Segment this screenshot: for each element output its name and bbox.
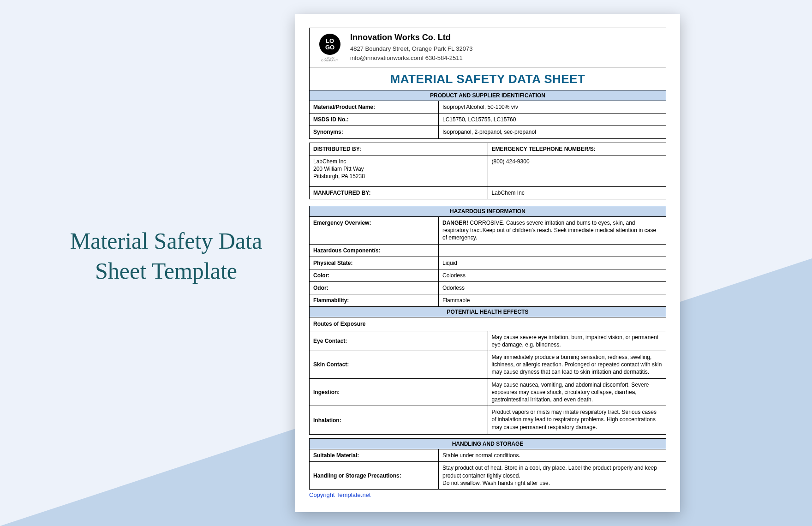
table-row: Routes of Exposure xyxy=(310,317,666,331)
section-header-product: PRODUCT AND SUPPLIER IDENTIFICATION xyxy=(309,90,666,101)
document-title-row: MATERIAL SAFETY DATA SHEET xyxy=(309,67,666,90)
value-material: Isopropyl Alcohol, 50-100% v/v xyxy=(439,101,666,114)
section-header-hazardous: HAZARDOUS INFORMATION xyxy=(309,206,666,217)
label-msds: MSDS ID No.: xyxy=(310,114,439,126)
table-row: Skin Contact:May immediately produce a b… xyxy=(310,351,666,379)
document-title: MATERIAL SAFETY DATA SHEET xyxy=(390,72,585,86)
product-table: Material/Product Name:Isopropyl Alcohol,… xyxy=(309,101,666,139)
table-row: MSDS ID No.:LC15750, LC15755, LC15760 xyxy=(310,114,666,126)
document-header: LOGO LOGO COMPANY Innovation Works Co. L… xyxy=(309,28,666,67)
company-name: Innovation Works Co. Ltd xyxy=(350,33,659,42)
table-row: Handling or Storage Precautions:Stay pro… xyxy=(310,462,666,490)
hazardous-table: Emergency Overview: DANGER! CORROSIVE. C… xyxy=(309,217,666,307)
value-manufactured: LabChem Inc xyxy=(488,186,666,199)
label-material: Material/Product Name: xyxy=(310,101,439,114)
table-row: Emergency Overview: DANGER! CORROSIVE. C… xyxy=(310,217,666,244)
table-row: DISTRIBUTED BY: EMERGENCY TELEPHONE NUMB… xyxy=(310,143,666,155)
label-inhalation: Inhalation: xyxy=(310,406,488,435)
table-row: Ingestion:May cause nausea, vomiting, an… xyxy=(310,378,666,406)
label-flammability: Flammability: xyxy=(310,294,439,307)
document-page: LOGO LOGO COMPANY Innovation Works Co. L… xyxy=(295,14,680,512)
value-state: Liquid xyxy=(439,257,666,269)
label-emergency: EMERGENCY TELEPHONE NUMBER/S: xyxy=(488,143,666,155)
distributor-table: DISTRIBUTED BY: EMERGENCY TELEPHONE NUMB… xyxy=(309,143,666,199)
table-row: Color:Colorless xyxy=(310,269,666,281)
value-synonyms: Isopropanol, 2-propanol, sec-propanol xyxy=(439,126,666,138)
company-address: 4827 Boundary Street, Orange Park FL 320… xyxy=(350,44,659,54)
label-state: Physical State: xyxy=(310,257,439,269)
section-header-handling: HANDLING AND STORAGE xyxy=(309,438,666,449)
value-suitable: Stable under normal conditions. xyxy=(439,449,666,462)
label-eye: Eye Contact: xyxy=(310,331,488,351)
label-suitable: Suitable Material: xyxy=(310,449,439,462)
company-contact: info@innovationworks.comI 630-584-2511 xyxy=(350,54,659,63)
label-skin: Skin Contact: xyxy=(310,351,488,379)
page-title-line2: Sheet Template xyxy=(95,258,237,284)
value-distributed: LabChem Inc 200 William Pitt Way Pittsbu… xyxy=(310,155,488,186)
label-routes: Routes of Exposure xyxy=(310,317,666,331)
value-inhalation: Product vapors or mists may irritate res… xyxy=(488,406,666,435)
label-synonyms: Synonyms: xyxy=(310,126,439,138)
table-row: Odor:Odorless xyxy=(310,282,666,294)
table-row: Synonyms:Isopropanol, 2-propanol, sec-pr… xyxy=(310,126,666,138)
value-color: Colorless xyxy=(439,269,666,281)
table-row: Flammability:Flammable xyxy=(310,294,666,307)
label-ingestion: Ingestion: xyxy=(310,378,488,406)
label-odor: Odor: xyxy=(310,282,439,294)
value-odor: Odorless xyxy=(439,282,666,294)
copyright-link[interactable]: Copyright Template.net xyxy=(309,491,370,498)
page-title-line1: Material Safety Data xyxy=(70,228,262,254)
table-row: Inhalation:Product vapors or mists may i… xyxy=(310,406,666,435)
table-row: MANUFACTURED BY: LabChem Inc xyxy=(310,186,666,199)
value-handling: Stay product out of heat. Store in a coo… xyxy=(439,462,666,490)
logo: LOGO LOGO COMPANY xyxy=(316,34,344,62)
value-ingestion: May cause nausea, vomiting, and abdomina… xyxy=(488,378,666,406)
value-emergency: (800) 424-9300 xyxy=(488,155,666,186)
logo-subtext: LOGO COMPANY xyxy=(316,56,344,62)
logo-icon: LOGO xyxy=(319,34,340,55)
table-row: Material/Product Name:Isopropyl Alcohol,… xyxy=(310,101,666,114)
section-header-health: POTENTIAL HEALTH EFFECTS xyxy=(309,307,666,317)
value-overview: DANGER! CORROSIVE. Causes severe irritat… xyxy=(439,217,666,244)
label-distributed: DISTRIBUTED BY: xyxy=(310,143,488,155)
label-overview: Emergency Overview: xyxy=(310,217,439,244)
value-msds: LC15750, LC15755, LC15760 xyxy=(439,114,666,126)
value-components xyxy=(439,244,666,257)
value-skin: May immediately produce a burning sensat… xyxy=(488,351,666,379)
label-manufactured: MANUFACTURED BY: xyxy=(310,186,488,199)
table-row: Physical State:Liquid xyxy=(310,257,666,269)
table-row: Hazardous Component/s: xyxy=(310,244,666,257)
table-row: LabChem Inc 200 William Pitt Way Pittsbu… xyxy=(310,155,666,186)
table-row: Suitable Material:Stable under normal co… xyxy=(310,449,666,462)
health-table: Routes of Exposure Eye Contact:May cause… xyxy=(309,317,666,435)
label-handling: Handling or Storage Precautions: xyxy=(310,462,439,490)
label-components: Hazardous Component/s: xyxy=(310,244,439,257)
table-row: Eye Contact:May cause severe eye irritat… xyxy=(310,331,666,351)
page-title: Material Safety Data Sheet Template xyxy=(46,226,286,286)
company-info: Innovation Works Co. Ltd 4827 Boundary S… xyxy=(350,33,659,62)
label-color: Color: xyxy=(310,269,439,281)
value-eye: May cause severe eye irritation, burn, i… xyxy=(488,331,666,351)
value-flammability: Flammable xyxy=(439,294,666,307)
handling-table: Suitable Material:Stable under normal co… xyxy=(309,449,666,490)
